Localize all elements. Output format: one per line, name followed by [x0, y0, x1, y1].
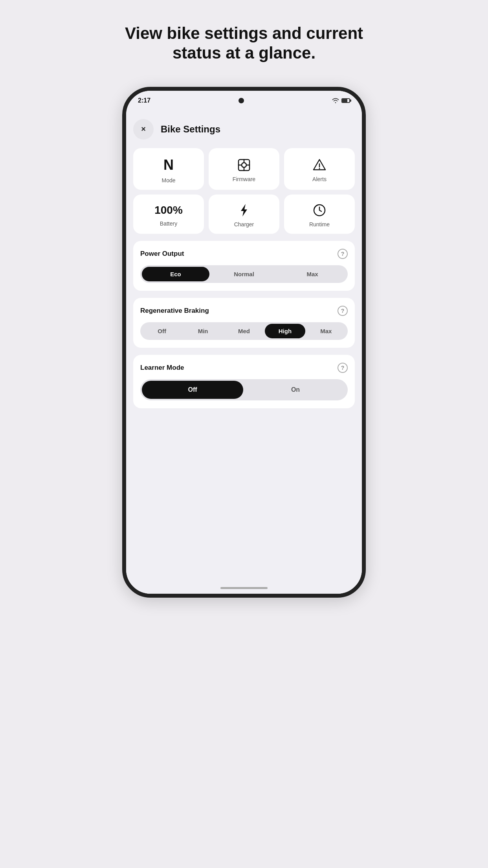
alerts-label: Alerts — [312, 176, 327, 182]
power-output-title: Power Output — [140, 250, 184, 258]
regen-braking-segmented: Off Min Med High Max — [140, 322, 348, 340]
runtime-label: Runtime — [309, 221, 330, 228]
regen-braking-title: Regenerative Braking — [140, 307, 209, 315]
learner-mode-toggle: Off On — [140, 379, 348, 400]
firmware-label: Firmware — [233, 176, 255, 182]
regen-braking-card: Regenerative Braking ? Off Min Med High … — [133, 298, 355, 348]
alerts-icon — [312, 158, 327, 172]
battery-value: 100% — [154, 204, 183, 217]
charger-label: Charger — [234, 221, 254, 228]
svg-marker-8 — [241, 204, 247, 217]
mode-letter: N — [163, 157, 174, 173]
battery-icon — [341, 98, 350, 103]
regen-min-option[interactable]: Min — [183, 324, 223, 338]
tiles-grid: N Mode Firmware — [133, 148, 355, 234]
camera-dot — [238, 98, 244, 103]
status-icons — [332, 98, 350, 103]
regen-braking-header: Regenerative Braking ? — [140, 306, 348, 316]
tile-alerts[interactable]: Alerts — [284, 148, 355, 190]
status-bar: 2:17 — [126, 91, 362, 107]
wifi-icon — [332, 98, 339, 103]
home-indicator — [126, 583, 362, 594]
power-output-help[interactable]: ? — [338, 249, 348, 259]
regen-braking-help[interactable]: ? — [338, 306, 348, 316]
regen-max-option[interactable]: Max — [306, 324, 346, 338]
power-normal-option[interactable]: Normal — [210, 267, 278, 281]
power-output-card: Power Output ? Eco Normal Max — [133, 241, 355, 291]
regen-off-option[interactable]: Off — [142, 324, 182, 338]
charger-icon — [237, 203, 251, 217]
svg-point-7 — [319, 168, 320, 169]
screen: × Bike Settings N Mode Firmware — [126, 107, 362, 583]
regen-med-option[interactable]: Med — [224, 324, 264, 338]
power-max-option[interactable]: Max — [279, 267, 346, 281]
firmware-icon — [237, 158, 251, 172]
tile-battery[interactable]: 100% Battery — [133, 195, 204, 234]
learner-off-option[interactable]: Off — [142, 381, 243, 399]
runtime-icon — [312, 203, 327, 217]
power-output-segmented: Eco Normal Max — [140, 265, 348, 283]
battery-label: Battery — [160, 220, 177, 227]
home-bar — [220, 587, 268, 589]
learner-mode-title: Learner Mode — [140, 364, 184, 372]
page-headline: View bike settings and current status at… — [125, 24, 363, 63]
tile-mode[interactable]: N Mode — [133, 148, 204, 190]
regen-high-option[interactable]: High — [265, 324, 305, 338]
power-output-header: Power Output ? — [140, 249, 348, 259]
phone-shell: 2:17 × Bike Settings N Mode — [122, 87, 366, 598]
header-row: × Bike Settings — [133, 115, 355, 141]
tile-firmware[interactable]: Firmware — [209, 148, 279, 190]
learner-mode-header: Learner Mode ? — [140, 363, 348, 373]
status-time: 2:17 — [138, 97, 150, 104]
learner-mode-card: Learner Mode ? Off On — [133, 355, 355, 408]
close-button[interactable]: × — [133, 119, 154, 139]
tile-charger[interactable]: Charger — [209, 195, 279, 234]
tile-runtime[interactable]: Runtime — [284, 195, 355, 234]
learner-mode-help[interactable]: ? — [338, 363, 348, 373]
svg-point-1 — [242, 163, 246, 167]
mode-label: Mode — [161, 177, 175, 184]
power-eco-option[interactable]: Eco — [142, 267, 209, 281]
screen-title: Bike Settings — [161, 124, 220, 135]
learner-on-option[interactable]: On — [245, 381, 346, 399]
